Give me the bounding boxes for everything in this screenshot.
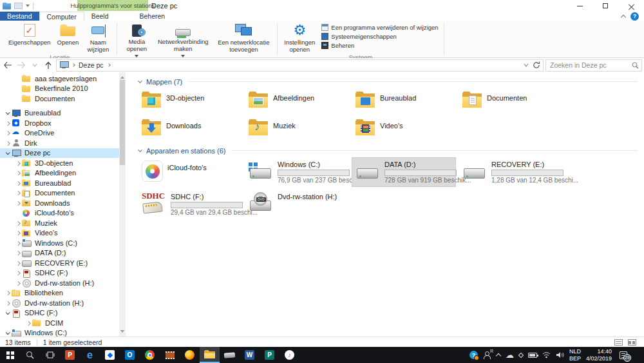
maximize-button[interactable]: [592, 0, 618, 12]
tile-muziek[interactable]: Muziek: [245, 117, 352, 141]
taskbar-file-explorer-button[interactable]: [200, 347, 220, 363]
tile-bureaublad[interactable]: Bureaublad: [352, 89, 459, 113]
customize-toolbar-caret-icon[interactable]: [26, 5, 30, 9]
clock[interactable]: 14:404/02/2019: [586, 348, 612, 362]
sidebar-item-dcim[interactable]: DCIM: [0, 318, 126, 328]
chevron-right-icon[interactable]: [6, 131, 10, 135]
sidebar-item-muziek[interactable]: Muziek: [0, 218, 126, 228]
tile-downloads[interactable]: Downloads: [138, 117, 245, 141]
battery-tray-icon[interactable]: [528, 353, 537, 358]
tile-sdhc-f[interactable]: SDHC SDHC (F:) 29,4 GB van 29,4 GB besch…: [138, 190, 242, 219]
properties-quick-button[interactable]: [14, 3, 23, 9]
sidebar-item-documenten[interactable]: Documenten: [0, 188, 126, 199]
tile-afbeeldingen[interactable]: Afbeeldingen: [245, 89, 352, 113]
help-tray-button[interactable]: ?: [469, 351, 478, 359]
start-button[interactable]: [0, 347, 20, 363]
chevron-right-icon[interactable]: [16, 181, 20, 185]
tile-dvd-h[interactable]: DVD Dvd-rw-station (H:): [245, 190, 348, 219]
tile-documenten[interactable]: Documenten: [459, 89, 566, 113]
sidebar-item-dvd-h-root[interactable]: Dvd-rw-station (H:): [0, 298, 126, 308]
search-input[interactable]: [549, 61, 629, 70]
chevron-right-icon[interactable]: [16, 231, 20, 235]
sidebar-item-sdhc-f[interactable]: SDHC (F:): [0, 268, 126, 279]
chevron-down-icon[interactable]: [6, 310, 10, 314]
volume-tray-icon[interactable]: [556, 351, 564, 358]
sidebar-item-deze-pc[interactable]: Deze pc: [0, 148, 126, 159]
address-field[interactable]: Deze pc: [56, 59, 544, 72]
collapse-group-icon[interactable]: [138, 148, 142, 152]
beheren-button[interactable]: Beheren: [321, 42, 438, 49]
wifi-tray-icon[interactable]: [542, 351, 551, 358]
taskbar-word-button[interactable]: W: [240, 347, 260, 363]
help-icon[interactable]: ?: [630, 12, 639, 21]
dropbox-tray-icon[interactable]: [519, 353, 523, 357]
tile-icloud-fotos[interactable]: iCloud-foto's: [138, 158, 242, 186]
tile-data-d[interactable]: DATA (D:) 728 GB van 919 GB beschik...: [352, 158, 455, 186]
refresh-icon[interactable]: [533, 61, 540, 69]
sidebar-item-bibliotheken[interactable]: Bibliotheken: [0, 288, 126, 299]
sidebar-item-dirk[interactable]: Dirk: [0, 138, 126, 148]
minimize-ribbon-icon[interactable]: [621, 14, 626, 19]
chevron-right-icon[interactable]: [16, 221, 20, 225]
forward-button[interactable]: [15, 59, 27, 71]
chevron-down-icon[interactable]: [6, 150, 10, 154]
sidebar-item-downloads[interactable]: Downloads: [0, 198, 126, 208]
sidebar-item-videos[interactable]: Video's: [0, 228, 126, 239]
sidebar-item-bekerfinale-2010[interactable]: Bekerfinale 2010: [0, 84, 126, 94]
chevron-right-icon[interactable]: [6, 121, 10, 125]
taskbar-firefox-button[interactable]: [180, 347, 200, 363]
chevron-down-icon[interactable]: [6, 110, 10, 114]
sidebar-scrollbar[interactable]: [119, 72, 126, 337]
programma-verwijderen-button[interactable]: Een programma verwijderen of wijzigen: [321, 24, 438, 31]
chevron-right-icon[interactable]: [16, 201, 20, 205]
address-dropdown-icon[interactable]: [524, 63, 529, 67]
sidebar-item-icloud-fotos[interactable]: iCloud-foto's: [0, 208, 126, 219]
systeemeigenschappen-button[interactable]: Systeemeigenschappen: [321, 33, 438, 40]
tile-videos[interactable]: Video's: [352, 117, 459, 141]
chevron-right-icon[interactable]: [16, 261, 20, 265]
hidden-icons-button[interactable]: [497, 352, 500, 358]
sidebar-item-sdhc-f-root[interactable]: SDHC (F:): [0, 308, 126, 319]
language-indicator[interactable]: NLDBEP: [569, 348, 581, 362]
openen-button[interactable]: Openen: [54, 22, 82, 47]
chevron-right-icon[interactable]: [16, 191, 20, 195]
tab-bestand[interactable]: Bestand: [0, 12, 39, 21]
chevron-right-icon[interactable]: [6, 141, 10, 145]
people-tray-button[interactable]: R: [483, 351, 491, 359]
sidebar-item-afbeeldingen[interactable]: Afbeeldingen: [0, 168, 126, 179]
collapse-group-icon[interactable]: [138, 79, 142, 83]
media-openen-button[interactable]: Media openen: [120, 22, 153, 60]
chevron-right-icon[interactable]: [16, 251, 20, 255]
sidebar-item-dvd-h[interactable]: Dvd-rw-station (H:): [0, 278, 126, 288]
taskbar-search-button[interactable]: [20, 347, 40, 363]
tile-windows-c[interactable]: Windows (C:) 76,9 GB van 237 GB beschik.…: [245, 158, 348, 186]
details-view-button[interactable]: [614, 339, 623, 346]
large-icons-view-button[interactable]: [628, 339, 636, 346]
sidebar-item-recovery-e[interactable]: RECOVERY (E:): [0, 258, 126, 268]
chevron-right-icon[interactable]: [6, 291, 10, 295]
scroll-up-icon[interactable]: [120, 74, 124, 79]
taskbar-dropbox-button[interactable]: [100, 347, 120, 363]
group-header-mappen[interactable]: Mappen (7): [138, 76, 641, 87]
sidebar-item-3d-objecten[interactable]: 3D-objecten: [0, 158, 126, 168]
taskbar-powerpoint-button[interactable]: P: [60, 347, 80, 363]
scroll-down-icon[interactable]: [120, 330, 124, 335]
sidebar-item-data-d[interactable]: DATA (D:): [0, 248, 126, 259]
scrollbar-thumb[interactable]: [120, 80, 125, 165]
sidebar-item-documenten-quick[interactable]: Documenten: [0, 93, 126, 104]
tab-beheren[interactable]: Beheren: [133, 12, 173, 21]
up-button[interactable]: [43, 59, 54, 71]
back-button[interactable]: [2, 59, 14, 71]
minimize-button[interactable]: [567, 0, 592, 12]
taskbar-edge-button[interactable]: e: [80, 347, 100, 363]
sidebar-item-windows-c[interactable]: Windows (C:): [0, 238, 126, 248]
chevron-right-icon[interactable]: [16, 271, 20, 275]
tab-beeld[interactable]: Beeld: [84, 12, 116, 21]
eigenschappen-button[interactable]: Eigenschappen: [5, 22, 54, 47]
taskbar-drive-utility-button[interactable]: [220, 347, 240, 363]
close-button[interactable]: [618, 0, 644, 12]
chevron-right-icon[interactable]: [16, 171, 20, 175]
chevron-down-icon[interactable]: [6, 330, 10, 334]
sidebar-item-aaa-stageverslagen[interactable]: aaa stageverslagen: [0, 74, 126, 84]
tab-computer[interactable]: Computer: [39, 12, 84, 21]
